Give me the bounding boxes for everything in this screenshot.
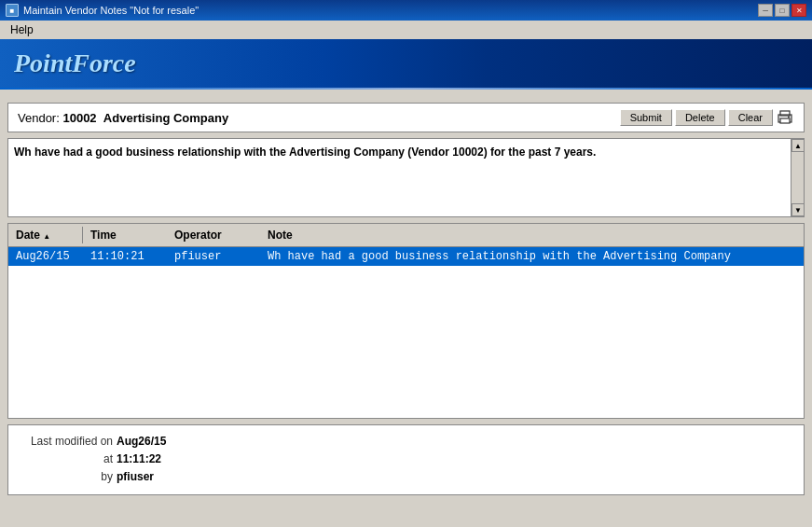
row-operator: pfiuser	[167, 247, 260, 266]
scrollbar[interactable]: ▲ ▼	[791, 139, 804, 216]
vendor-id: 10002	[62, 111, 96, 125]
table-row[interactable]: Aug26/15 11:10:21 pfiuser Wh have had a …	[8, 247, 804, 266]
logo-point: Point	[14, 49, 72, 77]
table-header: Date ▲ Time Operator Note	[8, 224, 804, 247]
by-user: pfiuser	[117, 468, 154, 486]
print-button[interactable]	[776, 109, 794, 126]
by-label: by	[20, 468, 113, 486]
footer-box: Last modified on Aug26/15 at 11:11:22 by…	[7, 424, 805, 495]
delete-button[interactable]: Delete	[675, 109, 725, 126]
title-bar-controls[interactable]: ─ □ ✕	[758, 4, 806, 17]
header-buttons: Submit Delete Clear	[620, 109, 794, 126]
scroll-up-button[interactable]: ▲	[791, 139, 805, 152]
last-modified-label: Last modified on	[20, 433, 113, 451]
notes-table: Date ▲ Time Operator Note Aug26/15 11:10…	[7, 223, 805, 419]
col-time[interactable]: Time	[83, 227, 167, 243]
col-date[interactable]: Date ▲	[8, 227, 83, 243]
divider	[0, 88, 812, 90]
vendor-label-prefix: Vendor:	[18, 111, 60, 125]
last-modified-date: Aug26/15	[117, 433, 166, 451]
vendor-name: Advertising Company	[103, 111, 228, 125]
col-note[interactable]: Note	[260, 227, 804, 243]
minimize-button[interactable]: ─	[758, 4, 773, 17]
close-button[interactable]: ✕	[791, 4, 806, 17]
app-icon: ■	[6, 4, 19, 17]
footer-user-row: by pfiuser	[20, 468, 792, 486]
print-icon	[777, 110, 793, 125]
row-note: Wh have had a good business relationship…	[260, 247, 804, 266]
note-text: Wh have had a good business relationship…	[14, 145, 798, 160]
at-label: at	[20, 451, 113, 468]
window-title: Maintain Vendor Notes "Not for resale"	[23, 5, 199, 16]
row-time: 11:10:21	[83, 247, 167, 266]
vendor-info: Vendor: 10002 Advertising Company	[18, 111, 228, 125]
vendor-header: Vendor: 10002 Advertising Company Submit…	[7, 103, 805, 132]
logo: PointForce	[14, 49, 136, 78]
note-area[interactable]: Wh have had a good business relationship…	[7, 138, 805, 217]
title-bar-left: ■ Maintain Vendor Notes "Not for resale"	[6, 4, 199, 17]
footer-time-row: at 11:11:22	[20, 451, 792, 468]
logo-bar: PointForce	[0, 39, 812, 88]
at-time: 11:11:22	[117, 451, 161, 468]
sort-icon: ▲	[43, 232, 50, 241]
footer-modified-row: Last modified on Aug26/15	[20, 433, 792, 451]
menu-bar: Help	[0, 21, 812, 39]
main-content: Vendor: 10002 Advertising Company Submit…	[0, 95, 812, 503]
scroll-down-button[interactable]: ▼	[791, 203, 805, 216]
help-menu[interactable]: Help	[5, 22, 39, 37]
col-operator[interactable]: Operator	[167, 227, 260, 243]
logo-force: Force	[72, 49, 135, 77]
svg-rect-2	[780, 118, 790, 123]
clear-button[interactable]: Clear	[728, 109, 773, 126]
svg-point-3	[788, 117, 790, 118]
row-date: Aug26/15	[8, 247, 83, 266]
submit-button[interactable]: Submit	[620, 109, 672, 126]
title-bar: ■ Maintain Vendor Notes "Not for resale"…	[0, 0, 812, 21]
maximize-button[interactable]: □	[775, 4, 790, 17]
